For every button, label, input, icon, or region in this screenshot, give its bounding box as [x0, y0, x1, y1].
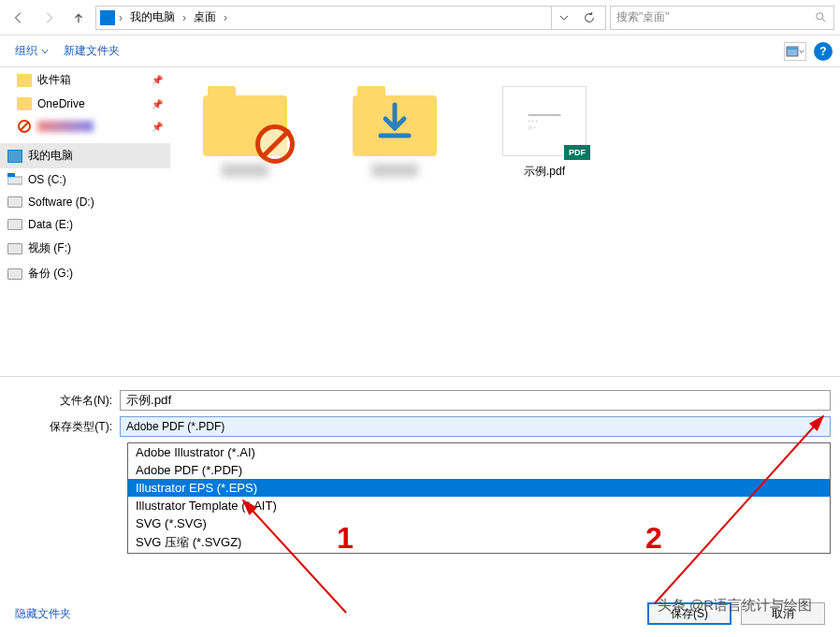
- dropdown-option[interactable]: Illustrator Template (*.AIT): [128, 497, 830, 514]
- back-button[interactable]: [6, 6, 32, 30]
- dropdown-option[interactable]: Adobe Illustrator (*.AI): [128, 443, 830, 461]
- svg-rect-5: [7, 173, 15, 177]
- sidebar-computer-header[interactable]: 我的电脑: [0, 143, 170, 168]
- folder-restricted-icon: [203, 86, 287, 156]
- file-item-pdf[interactable]: ═══════· · ·○ · PDF 示例.pdf: [488, 86, 601, 180]
- drive-icon: [7, 268, 22, 280]
- filename-label: 文件名(N):: [9, 393, 120, 409]
- dropdown-option[interactable]: SVG (*.SVG): [128, 514, 830, 532]
- sidebar-drive-e[interactable]: Data (E:): [0, 213, 170, 236]
- sidebar-drive-d[interactable]: Software (D:): [0, 191, 170, 213]
- file-label: 示例.pdf: [524, 164, 565, 180]
- navigation-bar: › 我的电脑 › 桌面 › 搜索"桌面": [0, 0, 840, 36]
- dropdown-option-selected[interactable]: Illustrator EPS (*.EPS): [128, 479, 830, 497]
- drive-icon: [7, 173, 22, 186]
- search-input[interactable]: 搜索"桌面": [610, 6, 834, 30]
- pin-icon: 📌: [152, 99, 163, 109]
- pin-icon: 📌: [152, 122, 163, 132]
- breadcrumb-item[interactable]: 我的电脑: [124, 7, 181, 27]
- filetype-select[interactable]: Adobe PDF (*.PDF): [120, 416, 831, 437]
- folder-icon: [17, 74, 32, 87]
- breadcrumb[interactable]: › 我的电脑 › 桌面 ›: [95, 6, 606, 30]
- chevron-down-icon: [41, 48, 49, 55]
- chevron-right-icon: ›: [224, 11, 227, 24]
- help-button[interactable]: ?: [814, 42, 833, 61]
- breadcrumb-item[interactable]: 桌面: [188, 7, 222, 27]
- watermark: 头条 @R语言统计与绘图: [658, 597, 812, 615]
- folder-icon: [17, 97, 32, 110]
- sidebar-item-onedrive[interactable]: OneDrive 📌: [0, 93, 170, 115]
- view-options-button[interactable]: [784, 42, 806, 61]
- blocked-icon: [17, 120, 32, 133]
- filetype-dropdown: Adobe Illustrator (*.AI) Adobe PDF (*.PD…: [127, 442, 831, 554]
- up-button[interactable]: [65, 6, 92, 30]
- hide-folders-link[interactable]: 隐藏文件夹: [15, 606, 71, 622]
- main-area: 收件箱 📌 OneDrive 📌 📌 我的电脑 OS (C:) Software…: [0, 67, 840, 376]
- drive-icon: [7, 196, 22, 208]
- filetype-label: 保存类型(T):: [9, 419, 120, 435]
- save-form: 文件名(N): 保存类型(T): Adobe PDF (*.PDF) Adobe…: [0, 376, 840, 563]
- computer-icon: [7, 150, 22, 163]
- sidebar-drive-f[interactable]: 视频 (F:): [0, 236, 170, 261]
- new-folder-button[interactable]: 新建文件夹: [56, 39, 127, 63]
- dropdown-option[interactable]: SVG 压缩 (*.SVGZ): [128, 532, 830, 553]
- file-label: [222, 164, 268, 177]
- sidebar-drive-g[interactable]: 备份 (G:): [0, 261, 170, 286]
- location-icon: [100, 10, 115, 25]
- svg-point-0: [817, 12, 823, 19]
- breadcrumb-dropdown[interactable]: [551, 7, 575, 29]
- drive-icon: [7, 219, 22, 230]
- pdf-icon: ═══════· · ·○ · PDF: [502, 86, 587, 156]
- svg-rect-4: [7, 177, 22, 184]
- organize-menu[interactable]: 组织: [7, 39, 56, 63]
- pin-icon: 📌: [152, 75, 163, 85]
- search-icon: [815, 11, 828, 24]
- folder-download-icon: [353, 86, 437, 156]
- filename-input[interactable]: [120, 390, 831, 411]
- dropdown-option[interactable]: Adobe PDF (*.PDF): [128, 461, 830, 479]
- chevron-down-icon: [799, 49, 804, 54]
- drive-icon: [7, 243, 22, 254]
- sidebar: 收件箱 📌 OneDrive 📌 📌 我的电脑 OS (C:) Software…: [0, 67, 170, 376]
- sidebar-item-hidden[interactable]: 📌: [0, 115, 170, 138]
- file-item-folder-downloads[interactable]: [339, 86, 451, 177]
- svg-rect-2: [787, 47, 798, 50]
- forward-button[interactable]: [36, 6, 62, 30]
- sidebar-drive-c[interactable]: OS (C:): [0, 168, 170, 191]
- search-placeholder: 搜索"桌面": [616, 9, 670, 25]
- chevron-right-icon: ›: [119, 11, 123, 24]
- file-item-folder-restricted[interactable]: [189, 86, 301, 177]
- chevron-right-icon: ›: [182, 11, 186, 24]
- refresh-button[interactable]: [577, 11, 601, 24]
- file-label: [371, 164, 418, 177]
- toolbar: 组织 新建文件夹 ?: [0, 36, 840, 67]
- file-list[interactable]: ═══════· · ·○ · PDF 示例.pdf: [170, 67, 840, 376]
- sidebar-item-inbox[interactable]: 收件箱 📌: [0, 67, 170, 93]
